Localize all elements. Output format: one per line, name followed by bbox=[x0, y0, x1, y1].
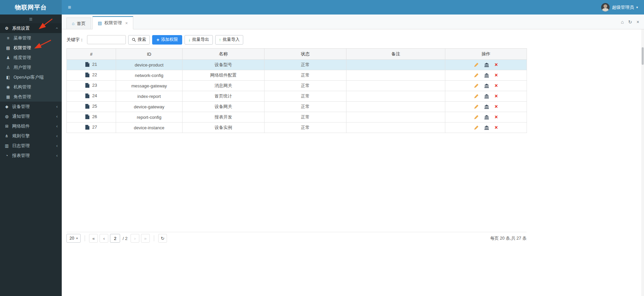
detail-icon[interactable] bbox=[484, 73, 489, 78]
sidebar-item-menu-management[interactable]: ≡菜单管理 bbox=[0, 33, 62, 43]
upload-icon: ↑ bbox=[219, 37, 221, 42]
delete-icon[interactable]: × bbox=[495, 62, 498, 68]
sidebar-toggle-button[interactable]: ≡ bbox=[62, 0, 77, 15]
next-page-button[interactable]: › bbox=[131, 234, 139, 243]
detail-icon[interactable] bbox=[484, 63, 489, 67]
refresh-page-button[interactable]: ↻ bbox=[158, 234, 167, 243]
sidebar-collapse-button[interactable]: ≣ bbox=[0, 15, 62, 23]
delete-icon[interactable]: × bbox=[495, 114, 498, 120]
sidebar-item-system-settings[interactable]: ⚙系统设置‹ bbox=[0, 23, 62, 33]
detail-icon[interactable] bbox=[484, 126, 489, 130]
detail-icon[interactable] bbox=[484, 84, 489, 88]
cell-operations: × bbox=[445, 123, 527, 133]
cell-id: device-gateway bbox=[116, 102, 183, 112]
chevron-left-icon: ‹ bbox=[56, 104, 58, 109]
last-page-icon: » bbox=[144, 236, 146, 241]
cell-id: device-product bbox=[116, 60, 183, 70]
cell-id: index-report bbox=[116, 91, 183, 102]
delete-icon[interactable]: × bbox=[495, 73, 498, 78]
table-row[interactable]: 21device-product设备型号正常× bbox=[67, 60, 527, 70]
table-row[interactable]: 25device-gateway设备网关正常× bbox=[67, 102, 527, 112]
refresh-icon[interactable]: ↻ bbox=[628, 19, 632, 25]
cell-remark bbox=[346, 112, 445, 123]
first-page-button[interactable]: « bbox=[89, 234, 98, 243]
sidebar-item-rule-engine[interactable]: ⋔规则引擎‹ bbox=[0, 131, 62, 141]
edit-icon[interactable] bbox=[474, 62, 479, 67]
vertical-scrollbar[interactable] bbox=[641, 29, 644, 296]
batch-import-button[interactable]: ↑ 批量导入 bbox=[215, 35, 244, 45]
table-row[interactable]: 27device-instance设备实例正常× bbox=[67, 123, 527, 133]
total-pages-label: / 2 bbox=[122, 236, 127, 241]
user-menu[interactable]: 超级管理员 ▾ bbox=[598, 0, 641, 15]
cell-operations: × bbox=[445, 81, 527, 91]
chevron-left-icon: ‹ bbox=[56, 143, 58, 148]
users-icon: ♟ bbox=[5, 55, 11, 60]
batch-export-button[interactable]: ↓ 批量导出 bbox=[185, 35, 213, 45]
add-permission-label: 添加权限 bbox=[161, 37, 178, 43]
download-icon: ↓ bbox=[188, 37, 191, 42]
scrollbar-thumb[interactable] bbox=[642, 47, 644, 65]
notification-icon: ◍ bbox=[4, 114, 9, 119]
permission-table-body: 21device-product设备型号正常×22network-config网… bbox=[67, 60, 527, 133]
delete-icon[interactable]: × bbox=[495, 125, 498, 130]
sidebar-item-report-management[interactable]: ◔报表管理‹ bbox=[0, 151, 62, 160]
cell-index: 27 bbox=[67, 123, 116, 133]
hamburger-icon: ≡ bbox=[68, 4, 71, 10]
cell-remark bbox=[346, 123, 445, 133]
cell-id: message-gateway bbox=[116, 81, 183, 91]
sidebar-item-log-management[interactable]: ▥日志管理‹ bbox=[0, 141, 62, 151]
table-row[interactable]: 22network-config网络组件配置正常× bbox=[67, 70, 527, 81]
sidebar-item-notification-management[interactable]: ◍通知管理‹ bbox=[0, 111, 62, 121]
keyword-input[interactable] bbox=[87, 35, 126, 44]
detail-icon[interactable] bbox=[484, 115, 489, 119]
divider bbox=[154, 235, 154, 241]
edit-icon[interactable] bbox=[474, 115, 479, 119]
edit-icon[interactable] bbox=[474, 73, 479, 78]
tab-close-icon[interactable]: × bbox=[125, 21, 128, 26]
detail-icon[interactable] bbox=[484, 105, 489, 109]
home-icon[interactable]: ⌂ bbox=[621, 19, 624, 25]
current-page-input[interactable] bbox=[110, 234, 120, 243]
add-permission-button[interactable]: + 添加权限 bbox=[152, 35, 182, 45]
sidebar-item-user-management[interactable]: ♙用户管理 bbox=[0, 62, 62, 72]
close-icon[interactable]: × bbox=[637, 19, 639, 25]
detail-icon[interactable] bbox=[484, 94, 489, 99]
table-row[interactable]: 26report-config报表开发正常× bbox=[67, 112, 527, 123]
edit-icon[interactable] bbox=[474, 94, 479, 99]
sidebar-item-label: 网络组件 bbox=[12, 123, 54, 129]
delete-icon[interactable]: × bbox=[495, 83, 498, 88]
batch-export-label: 批量导出 bbox=[192, 37, 209, 43]
home-tab-icon: ⌂ bbox=[72, 21, 75, 26]
sidebar-item-network-components[interactable]: ⊞网络组件‹ bbox=[0, 121, 62, 131]
edit-icon[interactable] bbox=[474, 83, 479, 88]
tab-permission[interactable]: ▤权限管理× bbox=[92, 16, 133, 29]
delete-icon[interactable]: × bbox=[495, 104, 498, 109]
page-size-select[interactable]: 20 ▾ bbox=[66, 234, 81, 243]
cell-status: 正常 bbox=[264, 81, 346, 91]
sidebar-item-permission-management[interactable]: ▤权限管理 bbox=[0, 43, 62, 53]
table-row[interactable]: 23message-gateway消息网关正常× bbox=[67, 81, 527, 91]
search-button[interactable]: 搜索 bbox=[128, 35, 150, 45]
file-icon bbox=[85, 73, 89, 77]
app-root: 物联网平台 ≡ 超级管理员 ▾ ≣ ⚙系统设置‹≡菜单管理▤权限管理♟维度管理♙… bbox=[0, 0, 644, 296]
sidebar-item-label: 角色管理 bbox=[13, 94, 58, 100]
sidebar-item-openapi-client[interactable]: ◧OpenApi客户端 bbox=[0, 72, 62, 82]
sidebar-item-label: 权限管理 bbox=[13, 45, 58, 51]
tab-home[interactable]: ⌂首页 bbox=[66, 18, 91, 29]
table-row[interactable]: 24index-report首页统计正常× bbox=[67, 91, 527, 102]
last-page-button[interactable]: » bbox=[141, 234, 150, 243]
cell-operations: × bbox=[445, 60, 527, 70]
edit-icon[interactable] bbox=[474, 104, 479, 109]
cell-index: 25 bbox=[67, 102, 116, 112]
sidebar-item-label: 菜单管理 bbox=[13, 35, 58, 41]
prev-page-button[interactable]: ‹ bbox=[100, 234, 108, 243]
file-icon bbox=[85, 125, 89, 130]
sidebar-item-organization-management[interactable]: ◉机构管理 bbox=[0, 82, 62, 92]
delete-icon[interactable]: × bbox=[495, 93, 498, 99]
sidebar-item-device-management[interactable]: ◆设备管理‹ bbox=[0, 102, 62, 111]
column-header: 备注 bbox=[346, 49, 445, 60]
sidebar-item-dimension-management[interactable]: ♟维度管理 bbox=[0, 53, 62, 62]
sidebar-item-role-management[interactable]: ▦角色管理 bbox=[0, 92, 62, 102]
sidebar-item-label: 日志管理 bbox=[12, 143, 54, 149]
edit-icon[interactable] bbox=[474, 125, 479, 130]
